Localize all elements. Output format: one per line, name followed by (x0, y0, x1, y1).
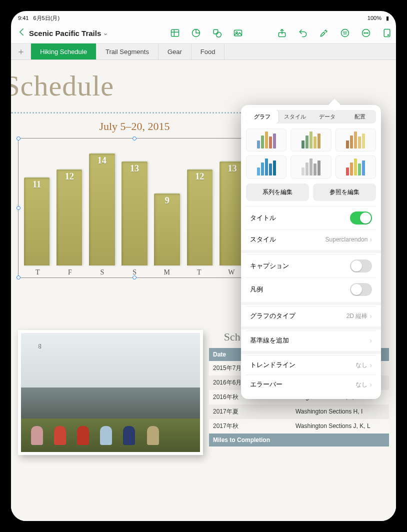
format-popover: グラフ スタイル データ 配置 系列を編集 参照を編集 タイトル スタイル Su… (241, 105, 381, 399)
undo-button[interactable] (298, 28, 308, 38)
chart-bar: 11 (24, 178, 50, 266)
axis-label: S (86, 268, 118, 276)
cell-date: 2017年夏 (209, 404, 292, 419)
divider (11, 112, 251, 114)
svg-point-11 (368, 32, 368, 34)
photo-person (54, 426, 66, 445)
status-bar: 9:41 6月5日(月) 100% ▮ (11, 11, 396, 23)
chart-style-thumbnail[interactable] (246, 156, 286, 178)
table-footer: Miles to Completion (209, 434, 389, 446)
popover-tab-chart[interactable]: グラフ (246, 110, 278, 124)
insert-media-button[interactable] (233, 28, 243, 38)
legend-toggle[interactable] (350, 283, 372, 296)
style-value: Superclarendon (326, 236, 368, 243)
popover-tab-arrange[interactable]: 配置 (344, 110, 376, 124)
insert-shape-button[interactable] (212, 28, 222, 38)
share-button[interactable] (277, 28, 287, 38)
bird-icon: 𐐒 (38, 342, 42, 350)
title-toggle-row[interactable]: タイトル (246, 206, 376, 230)
cell-segment: Washington Sections J, K, L (292, 419, 389, 434)
title-label: タイトル (250, 214, 276, 222)
caption-toggle[interactable] (350, 260, 372, 272)
format-brush-button[interactable] (319, 28, 329, 38)
table-row[interactable]: 2017年夏Washington Sections H, I (209, 404, 389, 419)
battery-icon: ▮ (386, 15, 389, 21)
bar-value: 9 (154, 196, 180, 206)
back-button[interactable] (15, 27, 29, 40)
status-time: 9:41 (18, 15, 28, 21)
insert-table-button[interactable] (170, 28, 180, 38)
chart-bar: 12 (56, 170, 82, 266)
axis-label: T (183, 268, 216, 276)
view-options-button[interactable] (340, 28, 350, 38)
resize-handle[interactable] (132, 276, 136, 280)
more-button[interactable] (361, 28, 371, 38)
chart-type-label: グラフのタイプ (250, 312, 296, 320)
popover-tab-data[interactable]: データ (311, 110, 344, 124)
photo-person (77, 426, 89, 445)
svg-rect-0 (172, 30, 179, 36)
photo-person (100, 426, 112, 445)
trendline-label: トレンドライン (250, 360, 296, 370)
chart-style-thumbnail[interactable] (290, 156, 331, 178)
bar-value: 13 (122, 164, 147, 174)
chart-selection[interactable]: 1112141391213 TFSSMTW (18, 138, 251, 278)
document-title[interactable]: Scenic Pacific Trails ⌄ (29, 29, 108, 38)
document-settings-button[interactable] (382, 28, 392, 38)
chevron-right-icon: › (370, 312, 372, 320)
chevron-down-icon: ⌄ (103, 30, 108, 36)
sheet-tab-hiking[interactable]: Hiking Schedule (31, 44, 96, 60)
sheet-tab-gear[interactable]: Gear (158, 44, 192, 60)
photo-sky: 𐐒 (21, 333, 200, 388)
sheet-tab-food[interactable]: Food (192, 44, 225, 60)
reference-line-row[interactable]: 基準線を追加 › (246, 330, 376, 350)
add-sheet-button[interactable]: ＋ (11, 44, 31, 60)
status-date: 6月5日(月) (33, 15, 60, 21)
style-row[interactable]: スタイル Superclarendon› (246, 230, 376, 249)
chart-bar: 12 (187, 170, 212, 266)
resize-handle[interactable] (16, 136, 20, 140)
svg-point-3 (216, 32, 221, 37)
bar-value: 12 (56, 172, 82, 182)
chart-style-thumbnail[interactable] (246, 128, 286, 152)
svg-point-13 (388, 34, 389, 36)
chart-style-thumbnail[interactable] (336, 156, 376, 178)
popover-tab-style[interactable]: スタイル (278, 110, 311, 124)
errorbar-value: なし (356, 380, 368, 389)
resize-handle[interactable] (16, 276, 20, 280)
table-row[interactable]: 2017年秋Washington Sections J, K, L (209, 419, 389, 434)
chevron-right-icon: › (370, 336, 372, 344)
cell-segment: Washington Sections H, I (292, 404, 389, 419)
resize-handle[interactable] (132, 136, 136, 140)
sheet-tab-segments[interactable]: Trail Segments (96, 44, 158, 60)
chart-object[interactable]: July 5–20, 2015 1112141391213 TFSSMTW (18, 120, 251, 278)
title-toggle[interactable] (350, 212, 372, 224)
canvas[interactable]: g Schedule July 5–20, 2015 1112141391213… (11, 60, 396, 521)
caption-toggle-row[interactable]: キャプション (246, 254, 376, 278)
axis-label: F (54, 268, 86, 276)
chart-style-thumbnail[interactable] (336, 128, 376, 152)
status-battery: 100% (368, 15, 382, 21)
reference-line-label: 基準線を追加 (250, 336, 289, 345)
chevron-right-icon: › (370, 236, 372, 244)
insert-chart-button[interactable] (191, 28, 201, 38)
chart-style-thumbnail[interactable] (290, 128, 331, 152)
legend-toggle-row[interactable]: 凡例 (246, 278, 376, 301)
edit-series-button[interactable]: 系列を編集 (246, 184, 309, 201)
photo-grass (21, 418, 200, 452)
errorbar-label: エラーバー (250, 380, 282, 389)
errorbar-row[interactable]: エラーバー なし› (246, 374, 376, 394)
photo-sea (21, 388, 200, 418)
chart-style-thumbnails (246, 128, 376, 178)
trendline-row[interactable]: トレンドライン なし› (246, 355, 376, 374)
photo-person (123, 426, 135, 445)
resize-handle[interactable] (16, 206, 20, 210)
sheet-tabs: ＋ Hiking Schedule Trail Segments Gear Fo… (11, 43, 396, 60)
style-label: スタイル (250, 235, 276, 244)
photo-object[interactable]: 𐐒 (18, 330, 203, 455)
edit-reference-button[interactable]: 参照を編集 (313, 184, 376, 201)
photo-person (147, 426, 159, 445)
chart-type-row[interactable]: グラフのタイプ 2D 縦棒› (246, 306, 376, 326)
page-title: g Schedule (11, 69, 114, 102)
bar-value: 11 (24, 180, 50, 190)
